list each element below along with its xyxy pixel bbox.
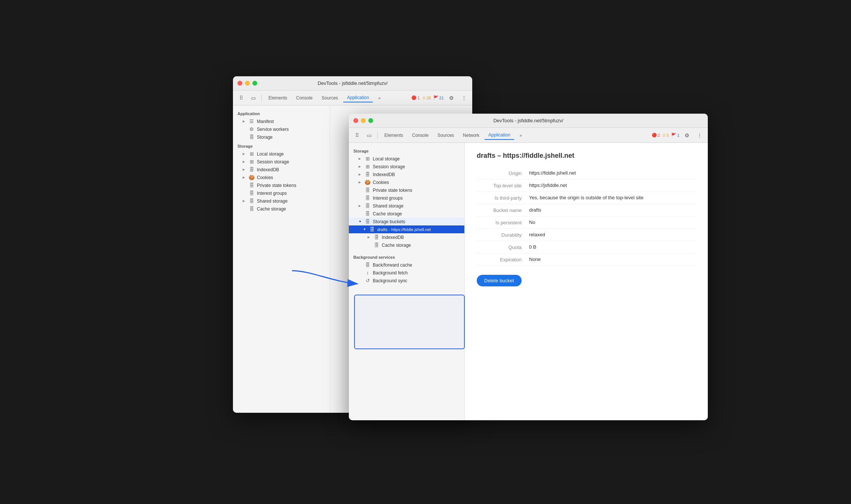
front-tab-network[interactable]: Network [459, 131, 483, 139]
bk-pst-icon: 🗄 [249, 182, 255, 188]
front-sessionstorage-item[interactable]: ▶ ⊞ Session storage [349, 163, 464, 170]
fr-dr-arrow: ▼ [363, 228, 367, 231]
front-window: DevTools - jsfiddle.net/5tmpfuzv/ ⠿ ▭ El… [349, 114, 708, 420]
front-inspect-icon[interactable]: ⠿ [352, 130, 362, 141]
bk-ss-arrow: ▶ [243, 160, 246, 163]
front-titlebar: DevTools - jsfiddle.net/5tmpfuzv/ [349, 114, 708, 128]
back-manifest-icon: ☰ [249, 119, 255, 124]
front-more-tabs-icon[interactable]: » [516, 130, 526, 141]
detail-row-thirdparty: Is third-party Yes, because the origin i… [477, 192, 696, 204]
front-bgsync-item[interactable]: ↺ Background sync [349, 277, 464, 285]
back-sharedstorage-item[interactable]: ▶ 🗄 Shared storage [233, 197, 330, 205]
bk-ck-icon: 🍪 [249, 175, 255, 180]
back-maximize-button[interactable] [252, 81, 257, 86]
detail-label-expiration: Expiration [477, 256, 529, 262]
front-tab-application[interactable]: Application [485, 131, 514, 140]
fr-cst-icon: 🗄 [365, 211, 371, 216]
front-sidebar: Storage ▶ ⊞ Local storage ▶ ⊞ Session st… [349, 143, 465, 420]
front-storagebuckets-item[interactable]: ▼ 🗄 Storage buckets [349, 218, 464, 225]
back-inspect-icon[interactable]: ⠿ [236, 93, 246, 103]
fr-dr-label: drafts - https://fiddle.jshell.net [377, 227, 431, 232]
back-titlebar: DevTools - jsfiddle.net/5tmpfuzv/ [233, 76, 472, 90]
fr-shst-arrow: ▶ [359, 204, 362, 208]
fr-bgs-label: Background sync [373, 278, 407, 283]
front-cachestorage-item[interactable]: 🗄 Cache storage [349, 210, 464, 218]
back-sep1 [261, 94, 262, 102]
front-error-badge: 🔴 2 [652, 133, 660, 138]
fr-pst-icon: 🗄 [365, 187, 371, 193]
front-drafts-indexeddb-item[interactable]: ▶ 🗄 IndexedDB [349, 233, 464, 241]
back-tab-console[interactable]: Console [292, 94, 316, 102]
front-bfc-item[interactable]: 🗄 Back/forward cache [349, 261, 464, 269]
back-serviceworkers-item[interactable]: ⚙ Service workers [233, 125, 330, 133]
back-pst-item[interactable]: 🗄 Private state tokens [233, 181, 330, 189]
fr-ls-icon: ⊞ [365, 156, 371, 162]
front-settings-icon[interactable]: ⚙ [682, 130, 692, 141]
back-traffic-lights[interactable] [237, 81, 257, 86]
back-storage-label: Storage [257, 135, 273, 140]
fr-idb-label: IndexedDB [373, 172, 395, 177]
bk-shst-label: Shared storage [257, 199, 288, 204]
back-window-title: DevTools - jsfiddle.net/5tmpfuzv/ [317, 80, 387, 86]
front-pst-item[interactable]: 🗄 Private state tokens [349, 186, 464, 194]
front-sharedstorage-item[interactable]: ▶ 🗄 Shared storage [349, 202, 464, 210]
front-bgfetch-item[interactable]: ↕ Background fetch [349, 269, 464, 277]
fr-didb-label: IndexedDB [382, 235, 404, 240]
fr-ig-icon: 🗄 [365, 195, 371, 201]
front-maximize-button[interactable] [368, 118, 373, 123]
front-close-button[interactable] [353, 118, 358, 123]
front-localstorage-item[interactable]: ▶ ⊞ Local storage [349, 155, 464, 163]
front-cookies-item[interactable]: ▶ 🍪 Cookies [349, 178, 464, 186]
back-device-icon[interactable]: ▭ [248, 93, 258, 103]
back-tab-elements[interactable]: Elements [265, 94, 291, 102]
front-ig-item[interactable]: 🗄 Interest groups [349, 194, 464, 202]
bk-idb-label: IndexedDB [257, 167, 279, 172]
front-drafts-item[interactable]: ▼ 🗄 drafts - https://fiddle.jshell.net [349, 225, 464, 233]
bk-ls-icon: ⊞ [249, 151, 255, 157]
back-sessionstorage-item[interactable]: ▶ ⊞ Session storage [233, 158, 330, 166]
back-tab-sources[interactable]: Sources [318, 94, 342, 102]
bk-shst-arrow: ▶ [243, 199, 246, 203]
back-indexeddb-item[interactable]: ▶ 🗄 IndexedDB [233, 166, 330, 173]
back-ig-item[interactable]: 🗄 Interest groups [233, 189, 330, 197]
front-sep1 [377, 132, 378, 139]
fr-dcst-icon: 🗄 [374, 242, 380, 248]
back-close-button[interactable] [237, 81, 242, 86]
bk-ck-arrow: ▶ [243, 176, 246, 179]
front-main: Storage ▶ ⊞ Local storage ▶ ⊞ Session st… [349, 143, 708, 420]
back-cookies-item[interactable]: ▶ 🍪 Cookies [233, 173, 330, 181]
front-error-icon: 🔴 [652, 133, 657, 138]
front-section-bg: Background services [349, 252, 464, 261]
fr-sb-label: Storage buckets [373, 219, 405, 224]
back-more-tabs-icon[interactable]: » [374, 93, 385, 103]
front-warning-badge: ⚠ 5 [662, 133, 669, 138]
delete-bucket-button[interactable]: Delete bucket [477, 275, 522, 286]
front-more-icon[interactable]: ⋮ [694, 130, 705, 141]
bk-cst-icon: 🗄 [249, 206, 255, 212]
back-settings-icon[interactable]: ⚙ [446, 93, 457, 103]
front-tab-elements[interactable]: Elements [381, 131, 407, 139]
back-storage-item[interactable]: 🗄 Storage [233, 133, 330, 141]
back-localstorage-item[interactable]: ▶ ⊞ Local storage [233, 150, 330, 158]
back-cachestorage-item[interactable]: 🗄 Cache storage [233, 205, 330, 213]
back-tab-application[interactable]: Application [343, 93, 373, 102]
front-device-icon[interactable]: ▭ [364, 130, 374, 141]
detail-label-durability: Durability [477, 232, 529, 238]
back-minimize-button[interactable] [245, 81, 250, 86]
fr-ck-label: Cookies [373, 180, 389, 185]
fr-ck-icon: 🍪 [365, 179, 371, 185]
front-minimize-button[interactable] [361, 118, 366, 123]
back-info-icon: 🚩 [433, 95, 439, 100]
detail-value-origin: https://fiddle.jshell.net [529, 170, 696, 176]
front-tab-console[interactable]: Console [408, 131, 432, 139]
back-manifest-item[interactable]: ▶ ☰ Manifest [233, 117, 330, 125]
back-warning-badge: ⚠ 26 [422, 95, 431, 100]
front-drafts-cache-item[interactable]: 🗄 Cache storage [349, 241, 464, 249]
front-traffic-lights[interactable] [353, 118, 373, 123]
back-warning-icon: ⚠ [422, 95, 426, 100]
bk-ls-arrow: ▶ [243, 152, 246, 156]
fr-bgs-icon: ↺ [365, 278, 371, 283]
front-indexeddb-item[interactable]: ▶ 🗄 IndexedDB [349, 170, 464, 178]
front-tab-sources[interactable]: Sources [434, 131, 458, 139]
back-more-icon[interactable]: ⋮ [459, 93, 469, 103]
